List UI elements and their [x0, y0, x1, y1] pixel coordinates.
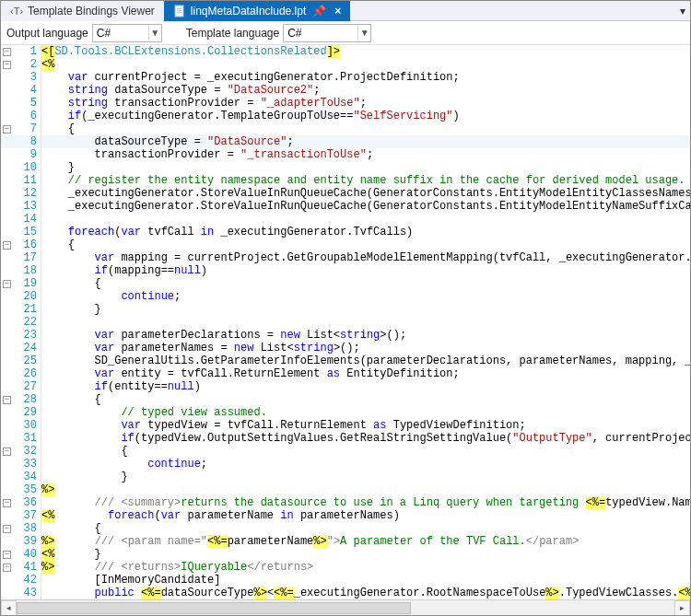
code-line[interactable]	[41, 213, 690, 226]
line-number: 34	[1, 471, 41, 483]
ide-window: ‹T› Template Bindings Viewer linqMetaDat…	[0, 0, 691, 616]
fold-toggle[interactable]: −	[3, 551, 11, 559]
code-area[interactable]: <[SD.Tools.BCLExtensions.CollectionsRela…	[41, 45, 690, 599]
close-icon[interactable]: ×	[334, 5, 341, 17]
line-number: 16−	[1, 238, 41, 251]
line-number: 28−	[1, 393, 41, 406]
code-line[interactable]: var parameterNames = new List<string>();	[41, 342, 690, 354]
code-line[interactable]: %> /// <param name="<%=parameterName%>">…	[41, 535, 690, 548]
code-line[interactable]: _executingGenerator.StoreValueInRunQueue…	[41, 200, 690, 213]
code-line[interactable]	[41, 316, 690, 329]
code-line[interactable]: {	[41, 238, 690, 251]
scroll-track[interactable]	[17, 600, 674, 616]
fold-toggle[interactable]: −	[3, 241, 11, 250]
line-number: 41−	[1, 561, 41, 574]
tabs-overflow-button[interactable]: ▾	[675, 1, 690, 20]
code-line[interactable]: _executingGenerator.StoreValueInRunQueue…	[41, 187, 690, 200]
scroll-thumb[interactable]	[17, 602, 411, 614]
pin-icon[interactable]: 📌	[312, 5, 326, 17]
code-line[interactable]: foreach(var tvfCall in _executingGenerat…	[41, 226, 690, 238]
code-line[interactable]: dataSourceType = "DataSource";	[41, 135, 690, 148]
code-line[interactable]: public <%=dataSourceType%><<%=_executing…	[41, 587, 690, 599]
output-language-input[interactable]	[93, 25, 148, 41]
template-language-combo[interactable]: ▼	[283, 24, 371, 42]
chevron-down-icon[interactable]: ▼	[357, 25, 370, 41]
code-line[interactable]: var currentProject = _executingGenerator…	[41, 71, 690, 84]
tab-linqmetadatainclude[interactable]: linqMetaDataInclude.lpt 📌 ×	[164, 1, 350, 21]
code-line[interactable]: {	[41, 445, 690, 458]
code-line[interactable]: var entity = tvfCall.ReturnElement as En…	[41, 367, 690, 380]
code-editor[interactable]: 1−2−34567−8910111213141516−171819−202122…	[1, 45, 690, 599]
fold-toggle[interactable]: −	[3, 61, 11, 69]
code-line[interactable]: var typedView = tvfCall.ReturnElement as…	[41, 419, 690, 432]
code-line[interactable]: }	[41, 161, 690, 174]
code-line[interactable]: if(mapping==null)	[41, 264, 690, 277]
option-bar: Output language ▼ Template language ▼	[1, 21, 690, 45]
code-line[interactable]: {	[41, 277, 690, 290]
line-number: 29	[1, 406, 41, 419]
svg-rect-4	[177, 12, 182, 13]
tab-label: linqMetaDataInclude.lpt	[191, 5, 306, 17]
line-number: 30	[1, 419, 41, 432]
code-line[interactable]: // typed view assumed.	[41, 406, 690, 419]
code-line[interactable]: continue;	[41, 458, 690, 471]
code-line[interactable]: }	[41, 303, 690, 316]
tab-template-bindings-viewer[interactable]: ‹T› Template Bindings Viewer	[1, 1, 164, 21]
scroll-left-button[interactable]: ◂	[1, 600, 17, 616]
line-number: 25	[1, 354, 41, 367]
fold-toggle[interactable]: −	[3, 525, 11, 533]
line-number: 40−	[1, 548, 41, 561]
line-number: 22	[1, 316, 41, 329]
svg-rect-2	[177, 8, 182, 9]
code-line[interactable]: {	[41, 393, 690, 406]
code-line[interactable]: continue;	[41, 290, 690, 303]
line-number: 9	[1, 148, 41, 161]
code-line[interactable]: var mapping = currentProject.GetGroupabl…	[41, 251, 690, 264]
horizontal-scrollbar[interactable]: ◂ ▸	[1, 599, 690, 615]
code-line[interactable]: string transactionProvider = "_adapterTo…	[41, 97, 690, 110]
code-line[interactable]: if(_executingGenerator.TemplateGroupToUs…	[41, 110, 690, 122]
code-line[interactable]: SD_GeneralUtils.GetParameterInfoElements…	[41, 354, 690, 367]
code-line[interactable]: if(entity==null)	[41, 380, 690, 393]
tab-label: Template Bindings Viewer	[28, 5, 155, 17]
line-number: 38−	[1, 522, 41, 535]
fold-toggle[interactable]: −	[3, 48, 11, 56]
code-line[interactable]: {	[41, 522, 690, 535]
code-line[interactable]: %> /// <returns>IQueryable</returns>	[41, 561, 690, 574]
code-line[interactable]: var parameterDeclarations = new List<str…	[41, 329, 690, 342]
fold-toggle[interactable]: −	[3, 447, 11, 456]
fold-toggle[interactable]: −	[3, 396, 11, 404]
code-line[interactable]: string dataSourceType = "DataSource2";	[41, 84, 690, 97]
line-number: 39	[1, 535, 41, 548]
chevron-down-icon[interactable]: ▼	[148, 25, 161, 41]
code-line[interactable]: if(typedView.OutputSettingValues.GetReal…	[41, 432, 690, 445]
code-line[interactable]: <%	[41, 58, 690, 71]
line-number: 7−	[1, 122, 41, 135]
line-number: 11	[1, 174, 41, 187]
template-language-label: Template language	[186, 27, 279, 40]
code-line[interactable]: transactionProvider = "_transactionToUse…	[41, 148, 690, 161]
file-icon	[173, 5, 186, 17]
code-line[interactable]: <% }	[41, 548, 690, 561]
line-number: 5	[1, 97, 41, 110]
scroll-right-button[interactable]: ▸	[674, 600, 690, 616]
line-number: 24	[1, 342, 41, 354]
line-number: 20	[1, 290, 41, 303]
fold-toggle[interactable]: −	[3, 499, 11, 507]
code-line[interactable]: %>	[41, 483, 690, 496]
code-line[interactable]: {	[41, 122, 690, 135]
line-number: 23	[1, 329, 41, 342]
output-language-combo[interactable]: ▼	[92, 24, 162, 42]
fold-toggle[interactable]: −	[3, 564, 11, 572]
code-line[interactable]: <[SD.Tools.BCLExtensions.CollectionsRela…	[41, 45, 690, 58]
code-line[interactable]: [InMemoryCandidate]	[41, 574, 690, 587]
fold-toggle[interactable]: −	[3, 125, 11, 134]
code-line[interactable]: /// <summary>returns the datasource to u…	[41, 496, 690, 509]
template-icon: ‹T›	[10, 5, 23, 17]
fold-toggle[interactable]: −	[3, 280, 11, 288]
code-line[interactable]: <% foreach(var parameterName in paramete…	[41, 509, 690, 522]
code-line[interactable]: // register the entity namespace and ent…	[41, 174, 690, 187]
code-line[interactable]: }	[41, 471, 690, 483]
line-number: 17	[1, 251, 41, 264]
template-language-input[interactable]	[284, 25, 357, 41]
